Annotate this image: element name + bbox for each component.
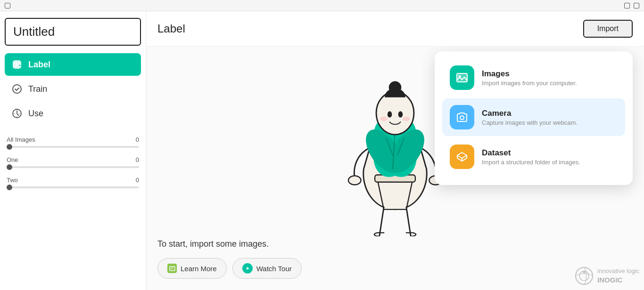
sidebar-item-use[interactable]: Use xyxy=(5,102,141,125)
svg-point-14 xyxy=(380,117,388,121)
menu-icon[interactable] xyxy=(5,3,10,8)
minimize-icon[interactable] xyxy=(624,3,630,8)
top-bar-right xyxy=(624,3,639,8)
import-dropdown: Images Import images from your computer.… xyxy=(435,51,633,185)
svg-marker-21 xyxy=(247,267,249,270)
watermark-text: innovative logic INOGIC xyxy=(597,267,639,284)
watermark-line2: INOGIC xyxy=(597,275,639,285)
learn-more-label: Learn More xyxy=(181,265,217,273)
watch-tour-label: Watch Tour xyxy=(256,265,292,273)
slider-all-images-track[interactable] xyxy=(7,146,139,148)
train-nav-label: Train xyxy=(28,84,47,94)
images-icon xyxy=(450,65,474,90)
svg-point-12 xyxy=(388,111,392,117)
svg-rect-5 xyxy=(375,175,415,182)
learn-more-button[interactable]: Learn More xyxy=(157,258,227,279)
watermark-line1: innovative logic xyxy=(597,267,639,274)
images-title: Images xyxy=(482,69,618,79)
page-title: Label xyxy=(157,22,185,35)
svg-point-19 xyxy=(460,116,464,120)
svg-point-2 xyxy=(13,85,21,93)
dataset-icon xyxy=(450,145,474,169)
slider-all-images: All Images 0 xyxy=(7,136,139,148)
sidebar: Untitled Label Train xyxy=(0,11,146,290)
train-icon xyxy=(11,83,23,95)
label-icon xyxy=(11,59,23,70)
svg-point-11 xyxy=(389,81,402,94)
bottom-area: To start, import some images. Learn More xyxy=(146,238,644,290)
camera-desc: Capture images with your webcam. xyxy=(482,119,618,126)
watermark-logo-icon xyxy=(575,266,594,285)
content-body: Images Import images from your computer.… xyxy=(146,47,644,238)
images-desc: Import images from your computer. xyxy=(482,80,618,87)
bottom-buttons: Learn More Watch Tour xyxy=(157,258,633,279)
svg-point-10 xyxy=(376,91,414,134)
main-layout: Untitled Label Train xyxy=(0,11,644,290)
watermark: innovative logic INOGIC xyxy=(575,266,639,285)
svg-point-15 xyxy=(403,117,410,121)
svg-point-3 xyxy=(348,176,361,185)
images-text: Images Import images from your computer. xyxy=(482,69,618,87)
svg-point-24 xyxy=(583,271,586,274)
dropdown-item-camera[interactable]: Camera Capture images with your webcam. xyxy=(442,98,625,136)
slider-one-count: 0 xyxy=(136,156,139,163)
slider-one-track[interactable] xyxy=(7,166,139,168)
dataset-text: Dataset Import a structured folder of im… xyxy=(482,148,618,166)
slider-two-label: Two xyxy=(7,177,18,184)
dropdown-item-dataset[interactable]: Dataset Import a structured folder of im… xyxy=(442,138,625,176)
start-text-content: To start, import some images. xyxy=(157,239,269,249)
label-nav-label: Label xyxy=(28,60,50,70)
use-icon xyxy=(11,108,23,119)
play-icon xyxy=(242,263,253,274)
svg-rect-20 xyxy=(170,266,175,271)
svg-point-22 xyxy=(576,267,593,284)
slider-all-images-count: 0 xyxy=(136,136,139,143)
svg-point-13 xyxy=(398,111,403,117)
slider-two-track[interactable] xyxy=(7,186,139,188)
watch-tour-button[interactable]: Watch Tour xyxy=(232,258,302,279)
camera-icon xyxy=(450,105,474,129)
camera-title: Camera xyxy=(482,109,618,118)
camera-text: Camera Capture images with your webcam. xyxy=(482,109,618,126)
book-icon xyxy=(167,264,177,273)
slider-two: Two 0 xyxy=(7,177,139,188)
slider-one: One 0 xyxy=(7,156,139,168)
dataset-title: Dataset xyxy=(482,148,618,158)
project-title: Untitled xyxy=(13,24,55,39)
top-bar xyxy=(0,0,644,11)
top-bar-left xyxy=(5,3,10,8)
close-icon[interactable] xyxy=(634,3,639,8)
use-nav-label: Use xyxy=(28,109,43,119)
main-content: Label Import xyxy=(146,11,644,290)
import-button[interactable]: Import xyxy=(583,20,633,38)
sidebar-item-label[interactable]: Label xyxy=(5,53,141,76)
sliders-section: All Images 0 One 0 xyxy=(5,136,141,197)
slider-two-count: 0 xyxy=(136,177,139,184)
sidebar-item-train[interactable]: Train xyxy=(5,78,141,100)
project-title-box[interactable]: Untitled xyxy=(5,18,141,46)
start-text: To start, import some images. xyxy=(157,238,633,250)
slider-one-label: One xyxy=(7,156,18,163)
content-header: Label Import xyxy=(146,11,644,47)
svg-rect-16 xyxy=(457,73,467,82)
slider-all-images-label: All Images xyxy=(7,136,35,143)
dropdown-item-images[interactable]: Images Import images from your computer. xyxy=(442,59,625,97)
dataset-desc: Import a structured folder of images. xyxy=(482,159,618,166)
